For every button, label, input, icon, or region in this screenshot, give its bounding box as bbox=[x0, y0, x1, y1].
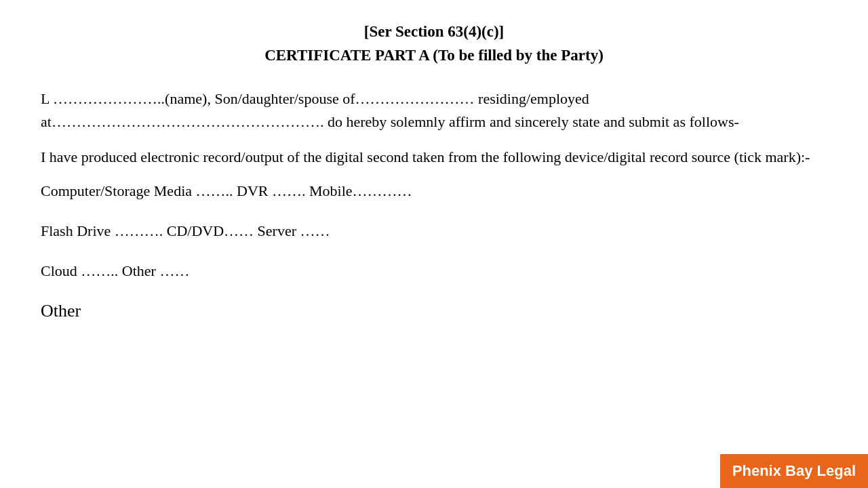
device-row-1: Computer/Storage Media …….. DVR ……. Mobi… bbox=[41, 181, 827, 202]
device-row-2: Flash Drive ………. CD/DVD…… Server …… bbox=[41, 221, 827, 242]
paragraph-2: I have produced electronic record/output… bbox=[41, 146, 827, 169]
document-header: [Ser Section 63(4)(c)] CERTIFICATE PART … bbox=[41, 20, 827, 67]
brand-badge: Phenix Bay Legal bbox=[720, 454, 868, 488]
device-row-3: Cloud …….. Other …… bbox=[41, 261, 827, 282]
other-label: Other bbox=[41, 301, 827, 321]
page-container: [Ser Section 63(4)(c)] CERTIFICATE PART … bbox=[0, 0, 868, 488]
header-line2: CERTIFICATE PART A (To be filled by the … bbox=[41, 44, 827, 68]
paragraph-1: L …………………..(name), Son/daughter/spouse o… bbox=[41, 87, 827, 134]
header-line1: [Ser Section 63(4)(c)] bbox=[41, 20, 827, 44]
